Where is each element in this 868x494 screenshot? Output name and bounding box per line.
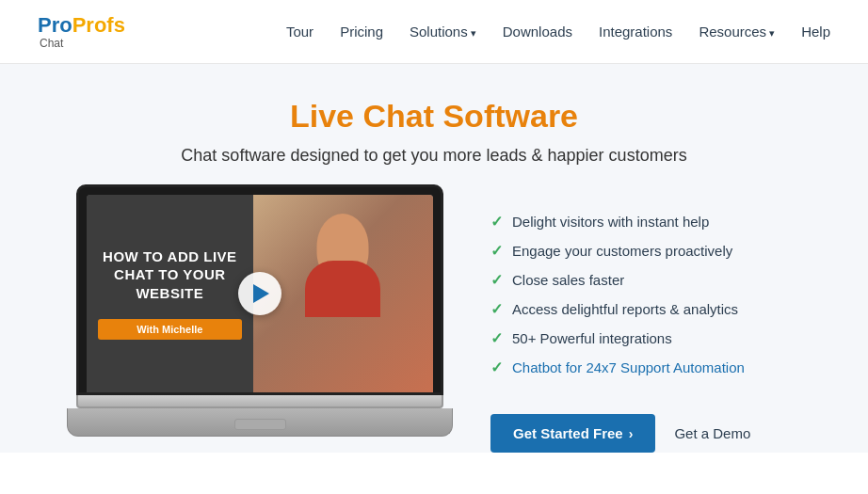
feature-text: Close sales faster — [512, 272, 624, 288]
navbar: ProProfs Chat Tour Pricing Solutions Dow… — [0, 0, 868, 64]
screen-left-overlay: HOW TO ADD LIVE CHAT TO YOUR WEBSITE Wit… — [87, 195, 253, 392]
check-icon: ✓ — [490, 242, 503, 260]
hero-title: Live Chat Software — [56, 98, 812, 135]
list-item: ✓ Chatbot for 24x7 Support Automation — [490, 359, 792, 376]
check-icon: ✓ — [490, 271, 503, 289]
nav-item-solutions[interactable]: Solutions — [410, 24, 476, 40]
logo-chat: Chat — [40, 38, 125, 49]
list-item: ✓ Delight visitors with instant help — [490, 213, 792, 231]
cta-buttons: Get Started Free › Get a Demo — [490, 414, 792, 453]
nav-item-resources[interactable]: Resources — [699, 24, 775, 40]
check-icon: ✓ — [490, 329, 503, 347]
hero-body: HOW TO ADD LIVE CHAT TO YOUR WEBSITE Wit… — [56, 194, 812, 453]
check-icon: ✓ — [490, 300, 503, 318]
check-icon: ✓ — [490, 359, 503, 376]
list-item: ✓ Close sales faster — [490, 271, 792, 289]
hero-subtitle: Chat software designed to get you more l… — [56, 146, 812, 166]
check-icon: ✓ — [490, 213, 503, 231]
feature-text: 50+ Powerful integrations — [512, 330, 672, 346]
feature-text-highlight: Chatbot for 24x7 Support Automation — [512, 359, 745, 375]
laptop-screen-outer: HOW TO ADD LIVE CHAT TO YOUR WEBSITE Wit… — [76, 184, 443, 395]
nav-link-resources[interactable]: Resources — [699, 24, 775, 40]
laptop-base — [76, 395, 443, 408]
video-title: HOW TO ADD LIVE CHAT TO YOUR WEBSITE — [98, 247, 242, 303]
nav-link-pricing[interactable]: Pricing — [340, 24, 383, 40]
nav-item-pricing[interactable]: Pricing — [340, 24, 383, 40]
chevron-right-icon: › — [629, 426, 634, 441]
list-item: ✓ Engage your customers proactively — [490, 242, 792, 260]
feature-list: ✓ Delight visitors with instant help ✓ E… — [490, 213, 792, 388]
nav-link-solutions[interactable]: Solutions — [410, 24, 476, 40]
logo-pro: Pro — [38, 13, 72, 37]
hero-section: Live Chat Software Chat software designe… — [0, 64, 868, 453]
laptop-screen: HOW TO ADD LIVE CHAT TO YOUR WEBSITE Wit… — [87, 195, 433, 392]
nav-link-tour[interactable]: Tour — [286, 24, 313, 40]
nav-item-integrations[interactable]: Integrations — [599, 24, 672, 40]
feature-text: Access delightful reports & analytics — [512, 301, 738, 317]
list-item: ✓ 50+ Powerful integrations — [490, 329, 792, 347]
nav-link-help[interactable]: Help — [801, 24, 830, 40]
video-badge: With Michelle — [98, 319, 242, 340]
get-demo-button[interactable]: Get a Demo — [674, 425, 750, 441]
feature-text: Engage your customers proactively — [512, 243, 732, 259]
laptop-keyboard — [67, 408, 453, 437]
feature-text: Delight visitors with instant help — [512, 214, 709, 230]
laptop-touchpad — [234, 419, 286, 430]
logo[interactable]: ProProfs Chat — [38, 15, 125, 49]
play-button[interactable] — [238, 272, 281, 315]
logo-profs: Profs — [72, 13, 125, 37]
nav-link-integrations[interactable]: Integrations — [599, 24, 672, 40]
nav-links: Tour Pricing Solutions Downloads Integra… — [286, 24, 830, 40]
get-started-label: Get Started Free — [513, 425, 623, 441]
hero-right: ✓ Delight visitors with instant help ✓ E… — [490, 194, 792, 453]
nav-item-tour[interactable]: Tour — [286, 24, 313, 40]
laptop-video: HOW TO ADD LIVE CHAT TO YOUR WEBSITE Wit… — [76, 184, 443, 437]
nav-link-downloads[interactable]: Downloads — [503, 24, 572, 40]
nav-item-help[interactable]: Help — [801, 24, 830, 40]
list-item: ✓ Access delightful reports & analytics — [490, 300, 792, 318]
get-started-button[interactable]: Get Started Free › — [490, 414, 655, 453]
nav-item-downloads[interactable]: Downloads — [503, 24, 572, 40]
